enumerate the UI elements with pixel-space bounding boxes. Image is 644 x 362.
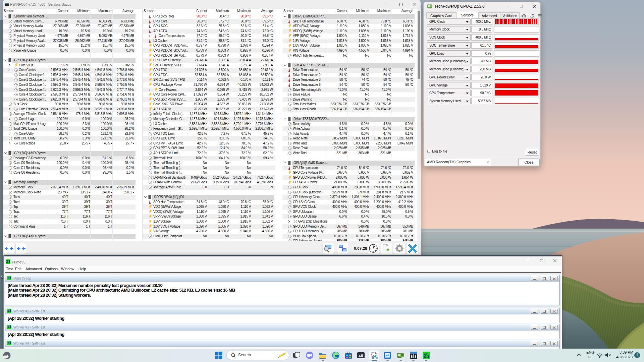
svg-text:-1: -1 bbox=[426, 354, 429, 358]
